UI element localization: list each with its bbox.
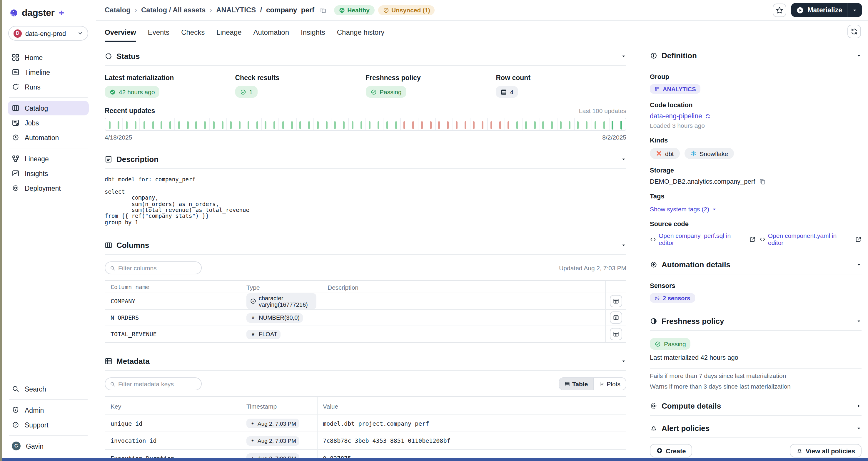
update-bar[interactable] (360, 121, 362, 128)
source-code-link[interactable]: Open company_perf.sql in editor (659, 232, 747, 246)
sidebar-item-jobs[interactable]: Jobs (8, 115, 89, 130)
tab-checks[interactable]: Checks (181, 28, 205, 42)
deployment-selector[interactable]: D data-eng-prod (8, 26, 88, 40)
reload-icon[interactable] (705, 113, 710, 119)
metadata-timestamp-badge[interactable]: ✦Aug 2, 7:03 PM (246, 419, 300, 428)
update-bar[interactable] (577, 121, 579, 128)
update-bar[interactable] (377, 121, 379, 128)
metadata-timestamp-badge[interactable]: ✦Aug 2, 7:03 PM (246, 436, 300, 445)
update-bar[interactable] (187, 121, 188, 128)
update-bar[interactable] (568, 121, 570, 128)
update-bar[interactable] (395, 121, 397, 128)
update-bar[interactable] (386, 121, 388, 128)
breadcrumb-asset-prefix[interactable]: ANALYTICS (216, 6, 256, 14)
update-bar[interactable] (169, 121, 171, 128)
update-bar[interactable] (213, 121, 215, 128)
copy-icon[interactable] (759, 178, 766, 184)
update-bar[interactable] (542, 121, 544, 128)
metadata-collapse-caret[interactable] (621, 359, 626, 364)
sidebar-item-search[interactable]: Search (8, 381, 89, 396)
sidebar-item-deployment[interactable]: Deployment (8, 181, 89, 196)
source-code-link[interactable]: Open component.yaml in editor (768, 232, 853, 246)
update-bar[interactable] (117, 121, 119, 128)
update-bar[interactable] (308, 121, 310, 128)
metadata-filter[interactable] (105, 378, 202, 391)
columns-filter-input[interactable] (118, 265, 196, 272)
status-collapse-caret[interactable] (621, 54, 626, 59)
sidebar-item-catalog[interactable]: Catalog (8, 101, 89, 115)
update-bar[interactable] (343, 121, 345, 128)
update-bar[interactable] (525, 121, 527, 128)
definition-collapse-caret[interactable] (856, 53, 862, 58)
kind-badge-snowflake[interactable]: Snowflake (684, 148, 734, 159)
update-bar[interactable] (508, 121, 509, 128)
toggle-plots-button[interactable]: Plots (593, 378, 626, 390)
sidebar-item-automation[interactable]: Automation (8, 130, 89, 145)
tab-change-history[interactable]: Change history (337, 28, 384, 42)
update-bar[interactable] (438, 121, 440, 128)
group-badge[interactable]: ANALYTICS (650, 84, 701, 94)
update-bar[interactable] (352, 121, 353, 128)
toggle-table-button[interactable]: Table (559, 378, 593, 390)
column-lineage-button[interactable] (610, 328, 622, 341)
update-bar[interactable] (221, 121, 223, 128)
materialize-dropdown[interactable] (847, 7, 862, 13)
sidebar-item-timeline[interactable]: Timeline (8, 65, 89, 80)
update-bar[interactable] (404, 121, 405, 128)
update-bar[interactable] (412, 121, 414, 128)
update-bar[interactable] (594, 121, 596, 128)
sidebar-item-insights[interactable]: Insights (8, 166, 89, 181)
tab-events[interactable]: Events (148, 28, 169, 42)
update-bar[interactable] (239, 121, 241, 128)
kind-badge-dbt[interactable]: dbt (650, 148, 680, 159)
update-bar[interactable] (516, 121, 518, 128)
materialize-button[interactable]: Materialize (791, 3, 862, 17)
status-card-badge[interactable]: 42 hours ago (105, 86, 160, 98)
update-bar[interactable] (447, 121, 449, 128)
description-collapse-caret[interactable] (621, 156, 626, 162)
sensors-badge[interactable]: 2 sensors (650, 293, 695, 302)
update-bar[interactable] (499, 121, 501, 128)
update-bar[interactable] (109, 121, 111, 128)
create-alert-button[interactable]: Create (650, 444, 692, 458)
favorite-button[interactable] (773, 3, 786, 17)
sidebar-item-lineage[interactable]: Lineage (8, 151, 89, 166)
update-bar[interactable] (421, 121, 423, 128)
update-bar[interactable] (456, 121, 458, 128)
status-card-badge[interactable]: 1 (235, 86, 257, 98)
update-bar[interactable] (300, 121, 301, 128)
update-bar[interactable] (534, 121, 535, 128)
update-bar[interactable] (464, 121, 466, 128)
copy-icon[interactable] (320, 7, 326, 13)
dagster-logo[interactable]: dagster + (2, 0, 95, 18)
freshness-collapse-caret[interactable] (856, 319, 862, 324)
update-bar[interactable] (334, 121, 336, 128)
update-bar[interactable] (551, 121, 553, 128)
update-bar[interactable] (326, 121, 327, 128)
update-bar[interactable] (586, 121, 588, 128)
breadcrumb-item[interactable]: Catalog / All assets (141, 6, 206, 14)
update-bar[interactable] (230, 121, 232, 128)
tab-lineage[interactable]: Lineage (216, 28, 241, 42)
sidebar-item-support[interactable]: ?Support (8, 417, 89, 432)
view-all-policies-button[interactable]: View all policies (790, 444, 862, 458)
automation-collapse-caret[interactable] (856, 262, 862, 267)
column-lineage-button[interactable] (610, 312, 622, 324)
update-bar[interactable] (126, 121, 128, 128)
update-bar[interactable] (204, 121, 206, 128)
column-lineage-button[interactable] (610, 295, 622, 308)
update-bar[interactable] (430, 121, 431, 128)
update-bar[interactable] (473, 121, 475, 128)
compute-expand-caret[interactable] (856, 403, 862, 409)
update-bar[interactable] (317, 121, 319, 128)
columns-collapse-caret[interactable] (621, 243, 626, 248)
code-location-link[interactable]: data-eng-pipeline (650, 112, 702, 119)
show-system-tags-link[interactable]: Show system tags (2) (650, 205, 717, 212)
update-bar[interactable] (491, 121, 492, 128)
update-bar[interactable] (291, 121, 292, 128)
tab-overview[interactable]: Overview (105, 28, 136, 42)
update-bar[interactable] (603, 121, 605, 128)
update-bar[interactable] (152, 121, 154, 128)
update-bar[interactable] (265, 121, 267, 128)
update-bar[interactable] (282, 121, 284, 128)
